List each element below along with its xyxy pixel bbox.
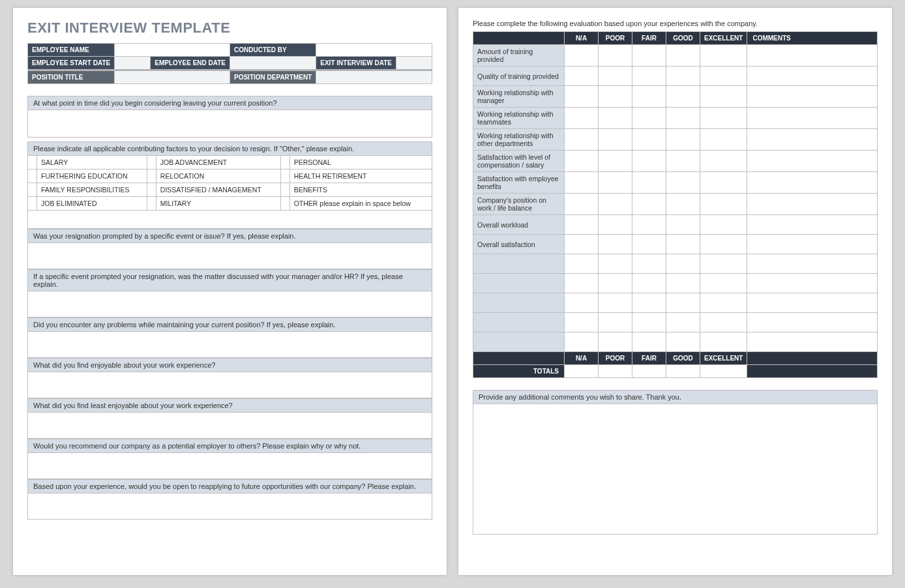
eval-cell[interactable] [632, 172, 666, 194]
eval-cell[interactable] [666, 45, 700, 66]
end-date-field[interactable] [230, 57, 316, 70]
question-9-answer[interactable] [28, 493, 432, 520]
eval-cell[interactable] [632, 215, 666, 235]
eval-comment[interactable] [747, 254, 878, 274]
eval-cell[interactable] [700, 45, 747, 66]
factor-checkbox[interactable] [147, 156, 156, 169]
eval-cell[interactable] [565, 194, 599, 215]
factor-checkbox[interactable] [147, 197, 156, 211]
eval-cell[interactable] [666, 194, 700, 215]
eval-cell[interactable] [565, 215, 599, 235]
eval-cell[interactable] [632, 313, 666, 332]
question-2-other-explain[interactable] [28, 211, 432, 229]
eval-cell[interactable] [700, 194, 747, 215]
eval-cell[interactable] [565, 172, 599, 194]
eval-cell[interactable] [565, 129, 599, 151]
factor-checkbox[interactable] [280, 169, 289, 183]
eval-cell[interactable] [700, 151, 747, 172]
eval-cell[interactable] [700, 235, 747, 254]
eval-comment[interactable] [747, 151, 878, 172]
eval-cell[interactable] [700, 332, 747, 352]
eval-cell[interactable] [632, 45, 666, 66]
eval-cell[interactable] [700, 66, 747, 86]
eval-cell[interactable] [700, 172, 747, 194]
eval-cell[interactable] [632, 332, 666, 352]
eval-cell[interactable] [599, 151, 632, 172]
eval-cell[interactable] [599, 194, 632, 215]
eval-cell[interactable] [632, 86, 666, 108]
eval-cell[interactable] [700, 215, 747, 235]
eval-cell[interactable] [666, 66, 700, 86]
eval-comment[interactable] [747, 332, 878, 352]
factor-checkbox[interactable] [280, 197, 289, 211]
totals-excellent[interactable] [700, 365, 747, 378]
question-4-answer[interactable] [28, 291, 432, 317]
question-1-answer[interactable] [28, 110, 432, 138]
eval-cell[interactable] [666, 293, 700, 313]
eval-cell[interactable] [599, 108, 632, 129]
eval-comment[interactable] [747, 293, 878, 313]
eval-comment[interactable] [747, 108, 878, 129]
question-6-answer[interactable] [28, 372, 432, 398]
eval-cell[interactable] [666, 235, 700, 254]
eval-comment[interactable] [747, 235, 878, 254]
eval-cell[interactable] [666, 151, 700, 172]
eval-cell[interactable] [632, 194, 666, 215]
totals-fair[interactable] [632, 365, 666, 378]
eval-cell[interactable] [666, 108, 700, 129]
eval-cell[interactable] [565, 151, 599, 172]
additional-comments-field[interactable] [473, 404, 878, 535]
eval-cell[interactable] [700, 86, 747, 108]
eval-cell[interactable] [565, 313, 599, 332]
eval-cell[interactable] [700, 108, 747, 129]
conducted-by-field[interactable] [316, 44, 432, 57]
question-7-answer[interactable] [28, 413, 432, 439]
eval-comment[interactable] [747, 172, 878, 194]
question-8-answer[interactable] [28, 453, 432, 479]
eval-comment[interactable] [747, 66, 878, 86]
eval-cell[interactable] [632, 274, 666, 293]
interview-date-field[interactable] [396, 57, 432, 70]
eval-cell[interactable] [565, 293, 599, 313]
eval-cell[interactable] [599, 215, 632, 235]
factor-checkbox[interactable] [147, 169, 156, 183]
eval-cell[interactable] [700, 293, 747, 313]
eval-cell[interactable] [599, 332, 632, 352]
eval-comment[interactable] [747, 45, 878, 66]
employee-name-field[interactable] [115, 44, 230, 57]
eval-cell[interactable] [565, 45, 599, 66]
eval-cell[interactable] [599, 172, 632, 194]
eval-cell[interactable] [666, 274, 700, 293]
eval-cell[interactable] [666, 254, 700, 274]
eval-cell[interactable] [565, 86, 599, 108]
eval-cell[interactable] [599, 293, 632, 313]
eval-cell[interactable] [632, 129, 666, 151]
eval-cell[interactable] [599, 129, 632, 151]
question-3-answer[interactable] [28, 243, 432, 269]
eval-comment[interactable] [747, 215, 878, 235]
eval-cell[interactable] [632, 66, 666, 86]
eval-cell[interactable] [599, 313, 632, 332]
eval-cell[interactable] [632, 108, 666, 129]
eval-cell[interactable] [565, 332, 599, 352]
factor-checkbox[interactable] [147, 183, 156, 197]
factor-checkbox[interactable] [28, 183, 37, 197]
eval-cell[interactable] [632, 254, 666, 274]
eval-comment[interactable] [747, 274, 878, 293]
eval-cell[interactable] [599, 45, 632, 66]
eval-cell[interactable] [565, 235, 599, 254]
eval-cell[interactable] [599, 235, 632, 254]
eval-cell[interactable] [666, 86, 700, 108]
eval-cell[interactable] [599, 86, 632, 108]
eval-cell[interactable] [599, 274, 632, 293]
eval-cell[interactable] [599, 66, 632, 86]
eval-comment[interactable] [747, 86, 878, 108]
eval-cell[interactable] [700, 313, 747, 332]
totals-poor[interactable] [599, 365, 632, 378]
factor-checkbox[interactable] [280, 183, 289, 197]
eval-comment[interactable] [747, 313, 878, 332]
eval-cell[interactable] [666, 215, 700, 235]
eval-cell[interactable] [565, 254, 599, 274]
position-dept-field[interactable] [316, 71, 432, 84]
eval-cell[interactable] [666, 313, 700, 332]
